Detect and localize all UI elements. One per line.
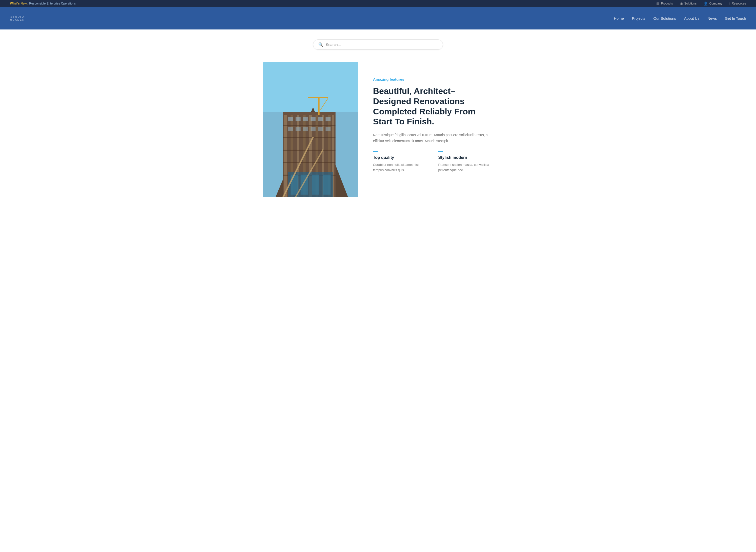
svg-rect-14 [283, 137, 336, 138]
top-nav-resources[interactable]: ⁝ Resources [729, 1, 746, 5]
svg-rect-26 [308, 97, 328, 98]
whats-new-link[interactable]: Responsible Enterprise Operations [29, 2, 76, 5]
main-header: STUDIO HEADER Home Projects Our Solution… [0, 7, 756, 29]
feature-dash-2 [438, 151, 443, 152]
amazing-features-label: Amazing features [373, 77, 493, 82]
logo[interactable]: STUDIO HEADER [10, 15, 25, 21]
feature-dash-1 [373, 151, 378, 152]
solutions-icon: ◉ [680, 1, 683, 5]
features-grid: Top quality Curabitur non nulla sit amet… [373, 151, 493, 173]
feature-stylish-modern: Stylish modern Praesent sapien massa, co… [438, 151, 493, 173]
svg-rect-37 [310, 127, 316, 131]
main-nav: Home Projects Our Solutions About Us New… [614, 16, 746, 20]
svg-rect-38 [318, 127, 323, 131]
top-nav-products[interactable]: ▦ Products [656, 1, 673, 5]
search-input[interactable] [326, 42, 438, 47]
top-nav-solutions[interactable]: ◉ Solutions [680, 1, 697, 5]
feature-desc-2: Praesent sapien massa, convallis a pelle… [438, 162, 493, 173]
svg-rect-32 [318, 117, 323, 121]
nav-projects[interactable]: Projects [632, 16, 645, 20]
whats-new-label: What's New: [10, 2, 28, 5]
feature-title-2: Stylish modern [438, 155, 493, 160]
products-icon: ▦ [656, 1, 659, 5]
logo-bottom: HEADER [10, 19, 25, 21]
top-nav-resources-label: Resources [732, 2, 746, 5]
text-content: Amazing features Beautiful, Architect–De… [373, 62, 493, 173]
svg-rect-16 [283, 162, 336, 163]
svg-rect-33 [326, 117, 331, 121]
top-bar-left: What's New: Responsible Enterprise Opera… [10, 2, 76, 5]
top-nav-company-label: Company [709, 2, 722, 5]
svg-rect-4 [284, 115, 287, 197]
svg-rect-35 [295, 127, 300, 131]
nav-about-us[interactable]: About Us [684, 16, 700, 20]
resources-icon: ⁝ [729, 1, 730, 5]
top-bar-right: ▦ Products ◉ Solutions 👤 Company ⁝ Resou… [656, 1, 746, 5]
top-nav-products-label: Products [661, 2, 673, 5]
search-box: 🔍 [313, 39, 443, 50]
svg-rect-28 [288, 117, 293, 121]
company-icon: 👤 [704, 1, 708, 5]
svg-rect-36 [303, 127, 308, 131]
search-area: 🔍 [0, 29, 756, 57]
svg-rect-34 [288, 127, 293, 131]
top-nav-solutions-label: Solutions [684, 2, 697, 5]
svg-rect-29 [295, 117, 300, 121]
nav-our-solutions[interactable]: Our Solutions [653, 16, 676, 20]
svg-rect-22 [323, 175, 331, 194]
nav-home[interactable]: Home [614, 16, 624, 20]
building-image [263, 62, 358, 197]
top-nav-company[interactable]: 👤 Company [704, 1, 722, 5]
nav-get-in-touch[interactable]: Get In Touch [725, 16, 746, 20]
svg-rect-39 [326, 127, 331, 131]
svg-rect-1 [263, 62, 358, 112]
svg-rect-31 [310, 117, 316, 121]
description: Nam tristique fringilla lectus vel rutru… [373, 132, 493, 144]
svg-rect-30 [303, 117, 308, 121]
search-icon: 🔍 [318, 42, 323, 47]
feature-desc-1: Curabitur non nulla sit amet nisl tempus… [373, 162, 428, 173]
content-section: Amazing features Beautiful, Architect–De… [258, 57, 498, 212]
feature-top-quality: Top quality Curabitur non nulla sit amet… [373, 151, 428, 173]
logo-top: STUDIO [10, 16, 25, 18]
svg-rect-13 [283, 125, 336, 126]
svg-rect-15 [283, 150, 336, 151]
nav-news[interactable]: News [708, 16, 717, 20]
top-bar: What's New: Responsible Enterprise Opera… [0, 0, 756, 7]
svg-rect-21 [312, 175, 319, 194]
main-heading: Beautiful, Architect–Designed Renovation… [373, 86, 493, 127]
svg-rect-25 [318, 97, 320, 115]
feature-title-1: Top quality [373, 155, 428, 160]
svg-rect-19 [290, 175, 298, 194]
